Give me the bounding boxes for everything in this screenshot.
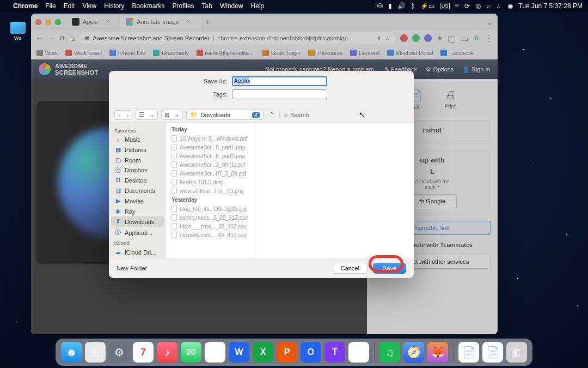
print-action[interactable]: 🖨Print — [444, 89, 456, 110]
new-folder-button[interactable]: New Folder — [117, 265, 147, 272]
dock-music[interactable]: ♪ — [157, 342, 177, 363]
location-dropdown[interactable]: 📁 Downloads ⇵ — [186, 110, 263, 120]
dropbox-status-icon[interactable]: ⛁ — [377, 2, 383, 10]
file-item[interactable]: osxdaily.com..._09_41Z.csv — [166, 231, 255, 239]
menu-tab[interactable]: Tab — [202, 2, 212, 10]
volume-status-icon[interactable]: 🔊 — [397, 2, 406, 10]
dock-calendar[interactable]: 7 — [133, 342, 154, 363]
dock-spotify[interactable]: ♫ — [379, 342, 400, 363]
window-zoom[interactable] — [55, 19, 61, 25]
sidebar-item[interactable]: ▢Room — [109, 155, 166, 165]
dock-launchpad[interactable]: ⊞ — [85, 342, 106, 363]
nav-back-icon[interactable]: ‹ — [115, 111, 124, 119]
sidebar-item[interactable]: ▦Pictures — [109, 144, 166, 155]
file-item[interactable]: www.softwar...hot_ (1).png — [166, 186, 255, 195]
cancel-button[interactable]: Cancel — [333, 263, 367, 274]
url-field[interactable]: ✱ Awesome Screenshot and Screen Recorder… — [79, 32, 396, 44]
dock-chrome[interactable]: ◉ — [205, 342, 225, 363]
file-item[interactable]: blog_top_im...OS-1@2x.jpg — [166, 204, 255, 213]
bookmark-star-icon[interactable]: ☆ — [385, 35, 390, 42]
dock-messages[interactable]: ✉ — [181, 342, 201, 363]
file-item[interactable]: Firefox 101.0.dmg — [166, 178, 255, 186]
file-item[interactable]: AwesomeScr...8_part2.png — [166, 152, 255, 160]
sidebar-item[interactable]: ⊡Desktop — [109, 175, 166, 185]
sidebar-item[interactable]: ⬇Downloads — [111, 216, 164, 227]
phone-status-icon[interactable]: ▮ — [388, 2, 392, 10]
file-item[interactable]: eshop.macs...5_09_31Z.csv — [166, 213, 255, 222]
sidebar-item[interactable]: ♪Music — [109, 135, 166, 144]
dock-doc1[interactable]: 📄 — [458, 342, 479, 363]
control-center-icon[interactable]: ⛬ — [495, 2, 502, 10]
sidebar-item[interactable]: ◉Ray — [109, 206, 166, 216]
window-minimize[interactable] — [45, 19, 51, 25]
save-button[interactable]: Save — [373, 263, 406, 274]
bookmark-item[interactable]: Thesaurus — [308, 50, 342, 56]
file-item[interactable]: https___sma..._08_36Z.csv — [166, 222, 255, 231]
bookmark-item[interactable]: rachel@iphonelife.... — [197, 50, 255, 56]
siri-icon[interactable]: ◉ — [507, 2, 513, 10]
ext-icon[interactable] — [424, 34, 432, 42]
chrome-menu-icon[interactable]: ⋮ — [485, 33, 493, 44]
dock-doc2[interactable]: 📄 — [482, 342, 503, 363]
tab-close-icon[interactable]: × — [106, 18, 109, 26]
dock-teams[interactable]: T — [324, 342, 345, 363]
bookmark-item[interactable]: Grammarly — [153, 50, 188, 56]
dock-settings[interactable]: ⚙ — [109, 342, 130, 363]
share-icon[interactable]: ⇪ — [377, 35, 382, 42]
bookmark-item[interactable]: Gusto Login — [262, 50, 301, 56]
app-menu[interactable]: Chrome — [13, 2, 38, 10]
bookmark-item[interactable]: Work — [36, 50, 58, 56]
nav-back-icon[interactable]: ← — [35, 34, 43, 43]
nav-home-icon[interactable]: ⌂ — [70, 34, 75, 43]
file-item[interactable]: AwesomeScr...07_3_09.pdf — [166, 169, 255, 178]
battery-status-icon[interactable]: ⚡▭ — [420, 2, 434, 10]
search-status-icon[interactable]: ⌕ — [486, 2, 490, 10]
nav-fwd-icon[interactable]: › — [124, 111, 132, 119]
nav-reload-icon[interactable]: ⟳ — [59, 34, 66, 43]
group-dropdown-icon[interactable]: ⌄ — [172, 110, 182, 119]
menu-profiles[interactable]: Profiles — [173, 2, 194, 10]
ext-icon[interactable] — [400, 34, 408, 42]
sidebar-item[interactable]: ☁iCloud Dri... — [109, 247, 166, 257]
dock-powerpoint[interactable]: P — [277, 342, 297, 363]
path-up-icon[interactable]: ⌃ — [267, 111, 276, 118]
bookmark-item[interactable]: Work Email — [65, 50, 102, 56]
menu-history[interactable]: History — [104, 2, 124, 10]
sidebar-item[interactable]: ⛆Dropbox — [109, 165, 166, 175]
menu-file[interactable]: File — [45, 2, 56, 10]
new-tab-button[interactable]: + — [201, 17, 215, 26]
signin-link[interactable]: 👤 Sign in — [462, 66, 490, 73]
dock-trash[interactable]: 🗑 — [506, 342, 527, 363]
view-dropdown-icon[interactable]: ⌄ — [147, 110, 157, 119]
google-signin-button[interactable]: th Google — [408, 194, 457, 208]
options-link[interactable]: ⚙ Options — [426, 66, 454, 73]
dock-outlook[interactable]: O — [301, 342, 321, 363]
dock-slack[interactable]: ✱ — [348, 342, 369, 363]
file-item[interactable]: 10 Ways to S...Windows.pdf — [166, 134, 255, 143]
tags-input[interactable] — [232, 89, 327, 99]
extensions-icon[interactable]: ✦ — [436, 33, 443, 44]
columns-view-icon[interactable]: ☰ — [136, 110, 147, 119]
dock-safari[interactable]: 🧭 — [403, 342, 424, 363]
tab-annotate[interactable]: Annotate Image × — [120, 15, 201, 28]
menubar-datetime[interactable]: Tue Jun 7 5:37:28 PM — [518, 2, 583, 10]
menu-bookmarks[interactable]: Bookmarks — [132, 2, 165, 10]
desktop-folder[interactable]: Wo — [8, 22, 27, 41]
sidebar-item[interactable]: ⒶApplicati... — [109, 227, 166, 238]
dock-word[interactable]: W — [229, 342, 249, 363]
search-input[interactable] — [290, 112, 334, 118]
ext-icon[interactable] — [412, 34, 420, 42]
menu-view[interactable]: View — [82, 2, 96, 10]
bookmark-item[interactable]: Facebook — [440, 50, 473, 56]
cast-icon[interactable]: ▢ — [448, 33, 456, 44]
menu-help[interactable]: Help — [251, 2, 265, 10]
input-status-icon[interactable]: US — [440, 3, 450, 9]
bookmark-item[interactable]: Cerebral — [350, 50, 379, 56]
wifi-status-icon[interactable]: ⌔ — [455, 2, 459, 10]
sync-status-icon[interactable]: ⟳ — [464, 2, 470, 10]
file-item[interactable]: AwesomeScr...3_09 (1).pdf — [166, 160, 255, 169]
sidebar-item[interactable]: ▥Documents — [109, 185, 166, 196]
bookmark-item[interactable]: Bluehost Portal — [387, 50, 433, 56]
readinglist-icon[interactable]: ▭ — [460, 33, 468, 44]
dock-finder[interactable]: ☻ — [61, 342, 82, 363]
